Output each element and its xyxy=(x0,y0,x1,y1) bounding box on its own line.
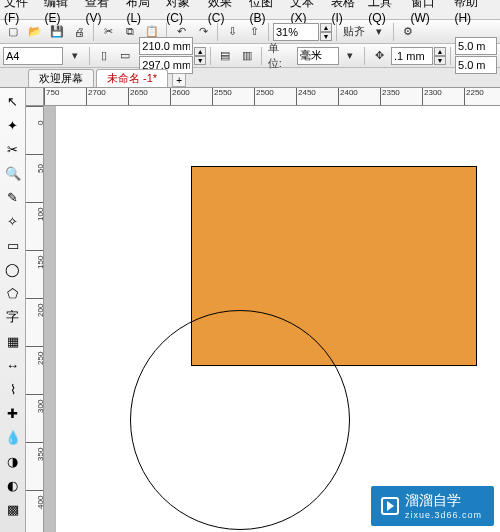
separator xyxy=(217,23,218,41)
ruler-tick: 250 xyxy=(26,346,44,348)
separator xyxy=(393,23,394,41)
ruler-origin[interactable] xyxy=(26,88,44,106)
property-bar: ▾ ▯ ▭ ▲▼ ▤ ▥ 单位: ▾ ✥ ▲▼ xyxy=(0,44,500,68)
separator xyxy=(210,47,211,65)
landscape-icon[interactable]: ▭ xyxy=(116,46,136,66)
connector-tool[interactable]: ⌇ xyxy=(2,378,24,400)
cut-icon[interactable]: ✂ xyxy=(98,22,118,42)
table-tool[interactable]: ▦ xyxy=(2,330,24,352)
crop-tool[interactable]: ✂ xyxy=(2,138,24,160)
ruler-tick: 2300 xyxy=(422,88,442,106)
separator xyxy=(364,47,365,65)
shape-tool[interactable]: ✦ xyxy=(2,114,24,136)
ruler-tick: 0 xyxy=(26,106,44,108)
options-icon[interactable]: ⚙ xyxy=(398,22,418,42)
freehand-tool[interactable]: ✎ xyxy=(2,186,24,208)
zoom-spinner[interactable]: ▲▼ xyxy=(320,23,332,41)
toolbox: ↖✦✂🔍✎✧▭◯⬠字▦↔⌇✚💧◑◐▩ xyxy=(0,88,26,532)
separator xyxy=(336,23,337,41)
rect-tool[interactable]: ▭ xyxy=(2,234,24,256)
ellipse-shape[interactable] xyxy=(130,310,350,530)
ruler-tick: 2600 xyxy=(170,88,190,106)
watermark-badge: 溜溜自学 zixue.3d66.com xyxy=(371,486,494,526)
dropdown-icon[interactable]: ▾ xyxy=(341,46,361,66)
ruler-tick: 2700 xyxy=(86,88,106,106)
units-select[interactable] xyxy=(297,47,339,65)
ruler-tick: 750 xyxy=(44,88,59,106)
nudge-spinner[interactable]: ▲▼ xyxy=(434,47,446,65)
import-icon[interactable]: ⇩ xyxy=(222,22,242,42)
ruler-horizontal[interactable]: 7502700265026002550250024502400235023002… xyxy=(44,88,500,106)
fx-tool[interactable]: ✚ xyxy=(2,402,24,424)
polygon-tool[interactable]: ⬠ xyxy=(2,282,24,304)
snap-dropdown-icon[interactable]: ▾ xyxy=(369,22,389,42)
main-area: ↖✦✂🔍✎✧▭◯⬠字▦↔⌇✚💧◑◐▩ 750270026502600255025… xyxy=(0,88,500,532)
dup-x-input[interactable] xyxy=(455,37,497,55)
separator xyxy=(450,47,451,65)
print-icon[interactable]: 🖨 xyxy=(69,22,89,42)
redo-icon[interactable]: ↷ xyxy=(193,22,213,42)
dropdown-icon[interactable]: ▾ xyxy=(65,46,85,66)
zoom-input[interactable] xyxy=(273,23,319,41)
paper-size-select[interactable] xyxy=(3,47,63,65)
ruler-tick: 200 xyxy=(26,298,44,300)
eyedrop-tool[interactable]: 💧 xyxy=(2,426,24,448)
text-tool[interactable]: 字 xyxy=(2,306,24,328)
watermark-brand: 溜溜自学 xyxy=(405,492,461,508)
watermark-sub: zixue.3d66.com xyxy=(405,510,482,520)
separator xyxy=(93,23,94,41)
nudge-icon: ✥ xyxy=(369,46,389,66)
open-icon[interactable]: 📂 xyxy=(25,22,45,42)
smart-tool[interactable]: ✧ xyxy=(2,210,24,232)
all-pages-icon[interactable]: ▤ xyxy=(215,46,235,66)
ruler-tick: 150 xyxy=(26,250,44,252)
save-icon[interactable]: 💾 xyxy=(47,22,67,42)
ruler-tick: 2500 xyxy=(254,88,274,106)
dimension-tool[interactable]: ↔ xyxy=(2,354,24,376)
ruler-tick: 50 xyxy=(26,154,44,156)
separator xyxy=(261,47,262,65)
ruler-tick: 2350 xyxy=(380,88,400,106)
ruler-tick: 2650 xyxy=(128,88,148,106)
play-icon xyxy=(381,497,399,515)
ruler-tick: 2550 xyxy=(212,88,232,106)
page-width-input[interactable] xyxy=(139,37,193,55)
outline-tool[interactable]: ◐ xyxy=(2,474,24,496)
menu-item[interactable]: 文本(X) xyxy=(290,0,325,25)
menu-item[interactable]: 表格(I) xyxy=(331,0,362,25)
dup-y-input[interactable] xyxy=(455,56,497,74)
zoom-tool[interactable]: 🔍 xyxy=(2,162,24,184)
tab-bar: 欢迎屏幕 未命名 -1* + xyxy=(0,68,500,88)
units-label: 单位: xyxy=(266,41,295,71)
nudge-input[interactable] xyxy=(391,47,433,65)
copy-icon[interactable]: ⧉ xyxy=(120,22,140,42)
separator xyxy=(89,47,90,65)
page-canvas[interactable] xyxy=(56,106,500,532)
current-page-icon[interactable]: ▥ xyxy=(237,46,257,66)
ruler-tick: 100 xyxy=(26,202,44,204)
portrait-icon[interactable]: ▯ xyxy=(94,46,114,66)
menu-item[interactable]: 帮助(H) xyxy=(454,0,490,25)
ruler-tick: 2250 xyxy=(464,88,484,106)
ruler-vertical[interactable]: 050100150200250300350400 xyxy=(26,106,44,532)
add-tab-button[interactable]: + xyxy=(172,73,186,87)
color-tool[interactable]: ▩ xyxy=(2,498,24,520)
ruler-tick: 350 xyxy=(26,442,44,444)
dim-spinner[interactable]: ▲▼ xyxy=(194,47,206,65)
ruler-tick: 400 xyxy=(26,490,44,492)
pick-tool[interactable]: ↖ xyxy=(2,90,24,112)
ellipse-tool[interactable]: ◯ xyxy=(2,258,24,280)
separator xyxy=(268,23,269,41)
snap-label: 贴齐 xyxy=(341,24,367,39)
menu-bar: 文件(F)编辑(E)查看(V)布局(L)对象(C)效果(C)位图(B)文本(X)… xyxy=(0,0,500,20)
tab-welcome[interactable]: 欢迎屏幕 xyxy=(28,69,94,87)
tab-label: 欢迎屏幕 xyxy=(39,71,83,86)
tab-label: 未命名 -1* xyxy=(107,71,157,86)
tab-document[interactable]: 未命名 -1* xyxy=(96,69,168,87)
fill-tool[interactable]: ◑ xyxy=(2,450,24,472)
new-icon[interactable]: ▢ xyxy=(3,22,23,42)
export-icon[interactable]: ⇧ xyxy=(244,22,264,42)
ruler-tick: 2450 xyxy=(296,88,316,106)
ruler-tick: 300 xyxy=(26,394,44,396)
canvas-area: 7502700265026002550250024502400235023002… xyxy=(26,88,500,532)
